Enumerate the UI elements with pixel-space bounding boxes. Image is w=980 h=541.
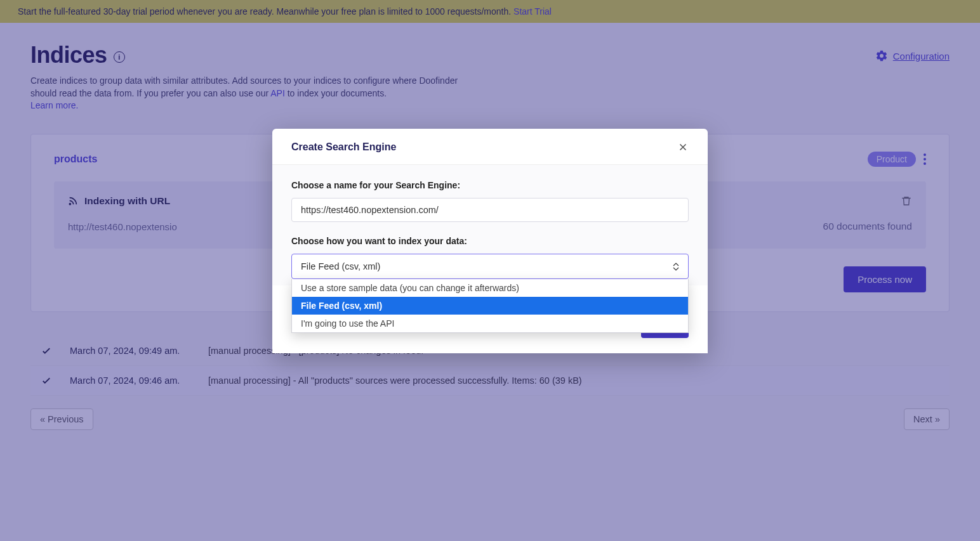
dropdown-option-sample[interactable]: Use a store sample data (you can change … bbox=[292, 279, 688, 297]
create-search-engine-modal: Create Search Engine Choose a name for y… bbox=[272, 129, 708, 353]
index-method-dropdown: Use a store sample data (you can change … bbox=[291, 279, 689, 333]
modal-title: Create Search Engine bbox=[291, 141, 396, 153]
name-field-label: Choose a name for your Search Engine: bbox=[291, 180, 689, 190]
dropdown-option-api[interactable]: I'm going to use the API bbox=[292, 315, 688, 332]
select-updown-icon bbox=[673, 263, 679, 271]
search-engine-name-input[interactable] bbox=[291, 198, 689, 222]
select-current-value: File Feed (csv, xml) bbox=[301, 261, 380, 271]
close-icon[interactable] bbox=[677, 141, 689, 153]
index-method-label: Choose how you want to index your data: bbox=[291, 236, 689, 246]
index-method-select[interactable]: File Feed (csv, xml) bbox=[291, 254, 689, 279]
dropdown-option-file-feed[interactable]: File Feed (csv, xml) bbox=[292, 297, 688, 315]
